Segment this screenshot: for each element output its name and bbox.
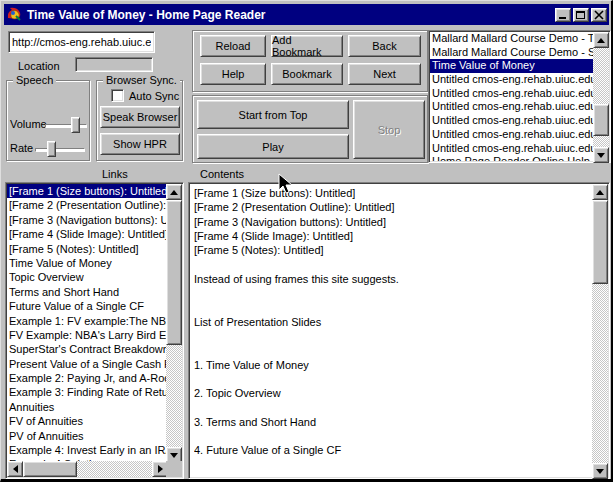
contents-label: Contents (200, 168, 244, 180)
links-list[interactable]: [Frame 1 (Size buttons): Untitled] [Fram… (5, 182, 184, 479)
links-list-item[interactable]: Example 4: Invest Early in an IRA (7, 443, 166, 457)
links-list-item[interactable]: Example 1: FV example:The NBA (7, 314, 166, 328)
auto-sync-checkbox[interactable] (111, 89, 124, 102)
contents-box[interactable]: [Frame 1 (Size buttons): Untitled] [Fram… (188, 182, 610, 479)
title-bar[interactable]: Time Value of Money - Home Page Reader (4, 4, 609, 25)
volume-slider-thumb[interactable] (71, 117, 80, 133)
pages-list-item[interactable]: Untitled cmos-eng.rehab.uiuc.edu (430, 100, 593, 114)
content-line: 4. Future Value of a Single CF (194, 443, 590, 457)
add-bookmark-button[interactable]: Add Bookmark (271, 35, 343, 57)
scrollbar-thumb[interactable] (166, 200, 182, 345)
content-line (194, 257, 590, 271)
content-line: 3. Terms and Short Hand (194, 415, 590, 429)
reload-button[interactable]: Reload (200, 35, 266, 57)
show-hpr-button[interactable]: Show HPR (100, 133, 180, 155)
speech-group: Speech Volume Rate (6, 80, 90, 161)
links-list-item[interactable]: Example 3: Finding Rate of Return (7, 385, 166, 399)
start-from-top-button[interactable]: Start from Top (197, 100, 349, 129)
scroll-down-button[interactable] (592, 463, 608, 479)
content-line (194, 400, 590, 414)
content-line (194, 372, 590, 386)
links-list-item[interactable]: Present Value of a Single Cash F (7, 357, 166, 371)
contents-scrollbar[interactable] (592, 184, 608, 479)
links-list-item[interactable]: PV of Annuities (7, 429, 166, 443)
maximize-icon (576, 11, 585, 19)
app-icon (6, 6, 23, 23)
scroll-down-icon (596, 469, 604, 474)
scroll-left-icon (13, 465, 18, 473)
volume-label: Volume (10, 118, 47, 130)
pages-list-item[interactable]: Mallard Mallard Course Demo - Sl (430, 46, 593, 60)
minimize-button[interactable] (555, 8, 571, 22)
close-icon (594, 10, 604, 20)
pages-list-item[interactable]: Time Value of Money (430, 59, 593, 73)
browser-sync-group: Browser Sync. Auto Sync Speak Browser Sh… (96, 80, 183, 161)
maximize-button[interactable] (573, 8, 589, 22)
rate-slider-track[interactable] (35, 148, 85, 152)
location-label: Location (18, 60, 60, 72)
volume-slider-track[interactable] (45, 124, 87, 128)
links-list-item[interactable]: [Frame 1 (Size buttons): Untitled] (7, 184, 166, 198)
rate-slider-thumb[interactable] (47, 141, 56, 157)
links-list-item[interactable]: Terms and Short Hand (7, 285, 166, 299)
app-window: Time Value of Money - Home Page Reader L… (0, 0, 613, 482)
links-list-item[interactable]: Topic Overview (7, 270, 166, 284)
links-list-item[interactable]: [Frame 4 (Slide Image): Untitled] (7, 227, 166, 241)
scrollbar-thumb[interactable] (592, 200, 608, 284)
pages-list-item[interactable]: Untitled cmos-eng.rehab.uiuc.edu (430, 128, 593, 142)
links-list-item[interactable]: [Frame 5 (Notes): Untitled] (7, 242, 166, 256)
content-line: 1. Time Value of Money (194, 358, 590, 372)
stop-button[interactable]: Stop (353, 100, 425, 159)
content-line: [Frame 3 (Navigation buttons): Untitled] (194, 215, 590, 229)
play-button[interactable]: Play (197, 134, 349, 159)
pages-list-scrollbar[interactable] (593, 32, 609, 163)
pages-list-item[interactable]: Home Page Reader Online Help (430, 155, 593, 161)
scroll-up-button[interactable] (166, 184, 182, 200)
scrollbar-thumb[interactable] (593, 104, 609, 136)
pages-list-item[interactable]: Untitled cmos-eng.rehab.uiuc.edu (430, 114, 593, 128)
links-horizontal-scrollbar[interactable] (7, 461, 168, 477)
scroll-up-icon (170, 190, 178, 195)
links-list-item[interactable]: Future Value of a Single CF (7, 299, 166, 313)
speak-browser-button[interactable]: Speak Browser (100, 106, 180, 128)
url-input[interactable] (8, 31, 155, 53)
scrollbar-corner (166, 461, 182, 477)
pages-list-item[interactable]: Untitled cmos-eng.rehab.uiuc.edu (430, 142, 593, 156)
scrollbar-thumb[interactable] (23, 461, 77, 477)
next-button[interactable]: Next (348, 63, 421, 85)
scroll-left-button[interactable] (7, 461, 23, 477)
window-title: Time Value of Money - Home Page Reader (27, 8, 266, 22)
content-line: Instead of using frames this site sugges… (194, 272, 590, 286)
links-list-item[interactable]: Time Value of Money (7, 256, 166, 270)
pages-list-item[interactable]: Untitled cmos-eng.rehab.uiuc.edu (430, 73, 593, 87)
help-button[interactable]: Help (200, 63, 266, 85)
links-list-item[interactable]: FV Example: NBA's Larry Bird Ex (7, 328, 166, 342)
back-button[interactable]: Back (348, 35, 421, 57)
links-label: Links (102, 168, 128, 180)
links-list-item[interactable]: FV of Annuities (7, 414, 166, 428)
links-list-item[interactable]: [Frame 3 (Navigation buttons): Untitled] (7, 213, 166, 227)
scroll-up-button[interactable] (593, 32, 609, 48)
links-vertical-scrollbar[interactable] (166, 184, 182, 463)
links-list-rows: [Frame 1 (Size buttons): Untitled] [Fram… (7, 184, 166, 461)
links-list-item[interactable]: Example 2: Paying Jr, and A-Rod (7, 371, 166, 385)
auto-sync-label: Auto Sync (129, 90, 179, 102)
links-list-item[interactable]: SuperStar's Contract Breakdown (7, 342, 166, 356)
scroll-down-icon (597, 153, 605, 158)
location-field (75, 57, 153, 72)
pages-list-item[interactable]: Mallard Mallard Course Demo - Ti (430, 32, 593, 46)
pages-list-rows: Mallard Mallard Course Demo - Ti Mallard… (430, 32, 593, 161)
content-line (194, 329, 590, 343)
browser-sync-group-label: Browser Sync. (103, 74, 180, 86)
content-line (194, 429, 590, 443)
scroll-up-button[interactable] (592, 184, 608, 200)
links-list-item[interactable]: Annuities (7, 400, 166, 414)
scroll-right-icon (158, 465, 163, 473)
toolbar-panel: Reload Add Bookmark Back Help Bookmark N… (192, 30, 428, 92)
pages-list[interactable]: Mallard Mallard Course Demo - Ti Mallard… (428, 30, 611, 163)
bookmark-button[interactable]: Bookmark (271, 63, 343, 85)
scroll-down-button[interactable] (593, 147, 609, 163)
pages-list-item[interactable]: Untitled cmos-eng.rehab.uiuc.edu (430, 87, 593, 101)
close-button[interactable] (591, 8, 607, 22)
links-list-item[interactable]: [Frame 2 (Presentation Outline): Untitle… (7, 198, 166, 212)
